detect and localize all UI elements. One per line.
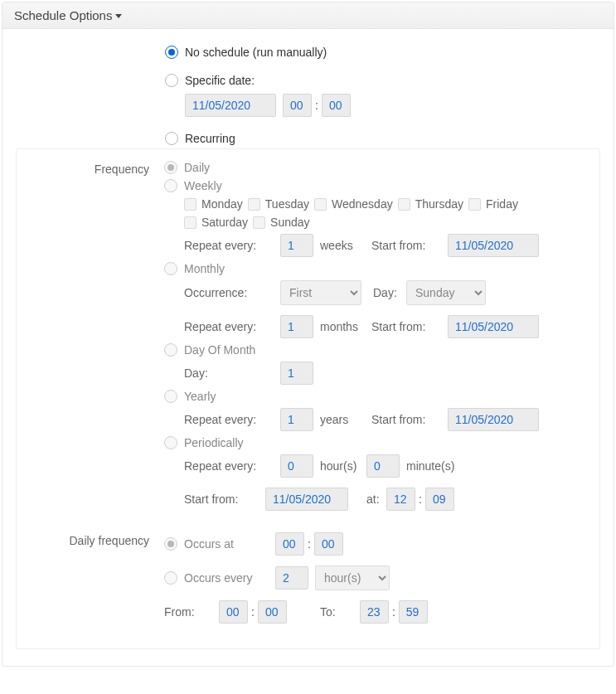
chk-sunday[interactable] (253, 216, 265, 229)
schedule-mode-group: No schedule (run manually) Specific date… (165, 46, 600, 145)
occurs-at-label: Occurs at (184, 537, 260, 551)
specific-date-radio[interactable] (165, 74, 178, 87)
daily-frequency-label: Daily frequency (30, 532, 164, 547)
lbl-wednesday: Wednesday (332, 197, 393, 211)
from-hour-input[interactable] (219, 600, 248, 624)
to-hour-input[interactable] (360, 600, 389, 624)
months-unit: months (320, 320, 371, 333)
occurs-at-hour-input[interactable] (275, 532, 304, 556)
specific-hour-input[interactable] (283, 94, 312, 117)
lbl-thursday: Thursday (415, 197, 463, 211)
chk-wednesday[interactable] (314, 198, 327, 211)
recurring-subpanel: Frequency Daily Weekly Monday Tuesday We… (16, 148, 600, 649)
frequency-label: Frequency (30, 161, 164, 176)
panel-header[interactable]: Schedule Options (2, 2, 614, 29)
weeks-unit: weeks (320, 239, 371, 252)
freq-periodically-radio[interactable] (164, 436, 177, 449)
weekly-repeat-label: Repeat every: (184, 239, 265, 252)
monthly-repeat-input[interactable] (280, 315, 313, 338)
specific-date-label: Specific date: (185, 74, 255, 87)
period-repeat-label: Repeat every: (184, 459, 265, 473)
time-colon: : (315, 99, 318, 112)
to-label: To: (320, 605, 345, 619)
yearly-repeat-input[interactable] (280, 408, 313, 431)
chk-monday[interactable] (184, 198, 196, 211)
frequency-section: Frequency Daily Weekly Monday Tuesday We… (30, 161, 586, 516)
schedule-options-panel: Schedule Options No schedule (run manual… (2, 2, 614, 667)
lbl-tuesday: Tuesday (265, 197, 309, 211)
daily-frequency-section: Daily frequency Occurs at : Occurs every (30, 532, 586, 628)
period-start-label: Start from: (184, 493, 250, 506)
to-minute-input[interactable] (399, 600, 428, 624)
freq-yearly-label: Yearly (184, 390, 216, 403)
monthly-start-input[interactable] (448, 315, 539, 338)
yearly-start-input[interactable] (448, 408, 539, 431)
specific-minute-input[interactable] (322, 94, 351, 117)
occurrence-day-select[interactable]: Sunday (406, 280, 486, 305)
period-minutes-input[interactable] (366, 454, 400, 478)
occurrence-day-label: Day: (373, 286, 406, 299)
occurs-every-unit-select[interactable]: hour(s) (315, 565, 390, 590)
lbl-friday: Friday (486, 197, 518, 211)
chk-tuesday[interactable] (248, 198, 260, 211)
weekly-repeat-input[interactable] (280, 234, 313, 257)
caret-down-icon (115, 14, 122, 18)
dom-day-label: Day: (184, 366, 265, 380)
period-at-minute-input[interactable] (425, 488, 454, 511)
lbl-monday: Monday (201, 197, 243, 211)
occurs-at-minute-input[interactable] (314, 532, 343, 556)
occurs-every-n-input[interactable] (275, 566, 308, 590)
freq-monthly-radio[interactable] (164, 262, 177, 275)
chk-thursday[interactable] (398, 198, 410, 211)
yearly-start-label: Start from: (371, 413, 433, 426)
occurrence-label: Occurrence: (184, 286, 265, 299)
from-minute-input[interactable] (258, 600, 287, 624)
no-schedule-radio[interactable] (165, 46, 178, 59)
weekly-start-label: Start from: (371, 239, 433, 252)
freq-weekly-label: Weekly (184, 179, 222, 192)
lbl-sunday: Sunday (270, 216, 309, 229)
period-at-hour-input[interactable] (386, 488, 415, 511)
period-at-label: at: (366, 493, 386, 506)
freq-monthly-label: Monthly (184, 262, 225, 275)
freq-dom-radio[interactable] (164, 343, 177, 357)
period-hours-input[interactable] (280, 454, 313, 478)
yearly-repeat-label: Repeat every: (184, 413, 265, 426)
freq-weekly-radio[interactable] (164, 179, 177, 192)
occurs-every-radio[interactable] (164, 571, 177, 585)
recurring-label: Recurring (185, 132, 235, 145)
freq-daily-radio[interactable] (164, 161, 177, 174)
freq-daily-label: Daily (184, 161, 210, 174)
no-schedule-label: No schedule (run manually) (185, 46, 327, 59)
from-label: From: (164, 605, 204, 619)
freq-yearly-radio[interactable] (164, 390, 177, 403)
hours-unit: hour(s) (320, 459, 366, 473)
chk-friday[interactable] (468, 198, 481, 211)
freq-dom-label: Day Of Month (184, 343, 255, 357)
minutes-unit: minute(s) (406, 459, 454, 473)
panel-body: No schedule (run manually) Specific date… (2, 29, 614, 666)
monthly-repeat-label: Repeat every: (184, 320, 265, 333)
recurring-radio[interactable] (165, 132, 178, 145)
occurs-at-radio[interactable] (164, 537, 177, 551)
monthly-start-label: Start from: (371, 320, 433, 333)
occurrence-select[interactable]: First (280, 280, 361, 305)
weekly-start-input[interactable] (448, 234, 539, 257)
panel-title: Schedule Options (14, 8, 112, 22)
dom-day-input[interactable] (280, 362, 313, 385)
chk-saturday[interactable] (184, 216, 196, 229)
occurs-every-label: Occurs every (184, 571, 260, 585)
freq-periodically-label: Periodically (184, 436, 244, 449)
specific-date-input[interactable] (185, 94, 276, 117)
lbl-saturday: Saturday (201, 216, 248, 229)
period-start-date-input[interactable] (265, 488, 348, 511)
years-unit: years (320, 413, 371, 426)
